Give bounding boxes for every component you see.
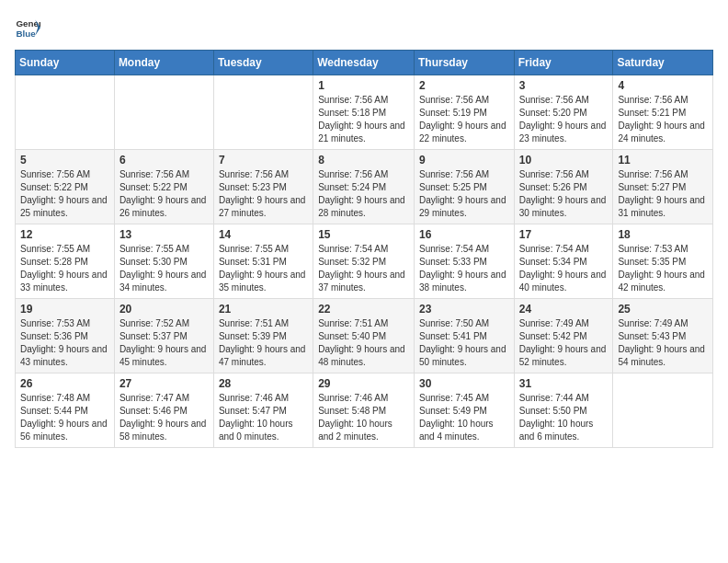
calendar-cell: 10Sunrise: 7:56 AM Sunset: 5:26 PM Dayli… bbox=[514, 150, 613, 224]
calendar-cell: 17Sunrise: 7:54 AM Sunset: 5:34 PM Dayli… bbox=[514, 224, 613, 299]
day-number: 1 bbox=[318, 79, 409, 92]
day-number: 24 bbox=[519, 303, 609, 316]
calendar-cell: 6Sunrise: 7:56 AM Sunset: 5:22 PM Daylig… bbox=[114, 150, 213, 224]
calendar-cell bbox=[613, 373, 713, 448]
page-header: General Blue bbox=[15, 15, 713, 40]
day-info: Sunrise: 7:55 AM Sunset: 5:28 PM Dayligh… bbox=[20, 243, 109, 294]
day-info: Sunrise: 7:53 AM Sunset: 5:35 PM Dayligh… bbox=[618, 243, 708, 294]
day-info: Sunrise: 7:56 AM Sunset: 5:21 PM Dayligh… bbox=[618, 94, 708, 145]
calendar-cell: 24Sunrise: 7:49 AM Sunset: 5:42 PM Dayli… bbox=[514, 299, 613, 373]
day-info: Sunrise: 7:56 AM Sunset: 5:19 PM Dayligh… bbox=[419, 94, 509, 145]
calendar-cell: 2Sunrise: 7:56 AM Sunset: 5:19 PM Daylig… bbox=[414, 75, 514, 150]
day-info: Sunrise: 7:45 AM Sunset: 5:49 PM Dayligh… bbox=[419, 392, 509, 443]
calendar-cell: 29Sunrise: 7:46 AM Sunset: 5:48 PM Dayli… bbox=[313, 373, 415, 448]
day-info: Sunrise: 7:56 AM Sunset: 5:24 PM Dayligh… bbox=[318, 168, 409, 220]
day-number: 9 bbox=[419, 154, 509, 167]
day-number: 31 bbox=[519, 377, 609, 390]
calendar-cell: 16Sunrise: 7:54 AM Sunset: 5:33 PM Dayli… bbox=[414, 224, 514, 299]
weekday-header-row: SundayMondayTuesdayWednesdayThursdayFrid… bbox=[16, 51, 713, 75]
weekday-header-wednesday: Wednesday bbox=[313, 51, 415, 75]
weekday-header-thursday: Thursday bbox=[414, 51, 514, 75]
day-info: Sunrise: 7:54 AM Sunset: 5:33 PM Dayligh… bbox=[419, 243, 509, 294]
day-info: Sunrise: 7:54 AM Sunset: 5:32 PM Dayligh… bbox=[318, 243, 409, 294]
day-number: 25 bbox=[618, 303, 708, 316]
day-number: 21 bbox=[219, 303, 308, 316]
day-info: Sunrise: 7:56 AM Sunset: 5:22 PM Dayligh… bbox=[119, 168, 209, 220]
day-number: 20 bbox=[119, 303, 209, 316]
day-info: Sunrise: 7:56 AM Sunset: 5:25 PM Dayligh… bbox=[419, 168, 509, 220]
calendar-cell: 27Sunrise: 7:47 AM Sunset: 5:46 PM Dayli… bbox=[114, 373, 213, 448]
weekday-header-sunday: Sunday bbox=[16, 51, 115, 75]
day-info: Sunrise: 7:51 AM Sunset: 5:40 PM Dayligh… bbox=[318, 317, 409, 369]
calendar-cell: 8Sunrise: 7:56 AM Sunset: 5:24 PM Daylig… bbox=[313, 150, 415, 224]
day-number: 18 bbox=[618, 228, 708, 241]
day-number: 27 bbox=[119, 377, 209, 390]
day-info: Sunrise: 7:56 AM Sunset: 5:22 PM Dayligh… bbox=[20, 168, 109, 220]
logo-icon: General Blue bbox=[15, 15, 40, 40]
calendar-table: SundayMondayTuesdayWednesdayThursdayFrid… bbox=[15, 50, 713, 448]
calendar-cell: 21Sunrise: 7:51 AM Sunset: 5:39 PM Dayli… bbox=[213, 299, 313, 373]
calendar-cell: 3Sunrise: 7:56 AM Sunset: 5:20 PM Daylig… bbox=[514, 75, 613, 150]
week-row-4: 19Sunrise: 7:53 AM Sunset: 5:36 PM Dayli… bbox=[16, 299, 713, 373]
calendar-cell: 31Sunrise: 7:44 AM Sunset: 5:50 PM Dayli… bbox=[514, 373, 613, 448]
day-number: 3 bbox=[519, 79, 609, 92]
day-info: Sunrise: 7:50 AM Sunset: 5:41 PM Dayligh… bbox=[419, 317, 509, 369]
day-info: Sunrise: 7:46 AM Sunset: 5:47 PM Dayligh… bbox=[219, 392, 308, 443]
day-info: Sunrise: 7:56 AM Sunset: 5:26 PM Dayligh… bbox=[519, 168, 609, 220]
day-number: 17 bbox=[519, 228, 609, 241]
day-number: 29 bbox=[318, 377, 409, 390]
weekday-header-saturday: Saturday bbox=[613, 51, 713, 75]
day-number: 16 bbox=[419, 228, 509, 241]
calendar-cell: 19Sunrise: 7:53 AM Sunset: 5:36 PM Dayli… bbox=[16, 299, 115, 373]
day-info: Sunrise: 7:51 AM Sunset: 5:39 PM Dayligh… bbox=[219, 317, 308, 369]
svg-text:Blue: Blue bbox=[16, 29, 36, 39]
day-number: 11 bbox=[618, 154, 708, 167]
day-number: 30 bbox=[419, 377, 509, 390]
weekday-header-tuesday: Tuesday bbox=[213, 51, 313, 75]
day-info: Sunrise: 7:56 AM Sunset: 5:20 PM Dayligh… bbox=[519, 94, 609, 145]
day-info: Sunrise: 7:55 AM Sunset: 5:30 PM Dayligh… bbox=[119, 243, 209, 294]
calendar-cell: 22Sunrise: 7:51 AM Sunset: 5:40 PM Dayli… bbox=[313, 299, 415, 373]
calendar-cell: 13Sunrise: 7:55 AM Sunset: 5:30 PM Dayli… bbox=[114, 224, 213, 299]
calendar-cell: 20Sunrise: 7:52 AM Sunset: 5:37 PM Dayli… bbox=[114, 299, 213, 373]
calendar-cell bbox=[213, 75, 313, 150]
day-info: Sunrise: 7:47 AM Sunset: 5:46 PM Dayligh… bbox=[119, 392, 209, 443]
weekday-header-friday: Friday bbox=[514, 51, 613, 75]
day-info: Sunrise: 7:54 AM Sunset: 5:34 PM Dayligh… bbox=[519, 243, 609, 294]
day-number: 23 bbox=[419, 303, 509, 316]
week-row-3: 12Sunrise: 7:55 AM Sunset: 5:28 PM Dayli… bbox=[16, 224, 713, 299]
weekday-header-monday: Monday bbox=[114, 51, 213, 75]
day-number: 10 bbox=[519, 154, 609, 167]
day-info: Sunrise: 7:44 AM Sunset: 5:50 PM Dayligh… bbox=[519, 392, 609, 443]
calendar-cell: 28Sunrise: 7:46 AM Sunset: 5:47 PM Dayli… bbox=[213, 373, 313, 448]
logo: General Blue bbox=[15, 15, 40, 40]
calendar-cell: 15Sunrise: 7:54 AM Sunset: 5:32 PM Dayli… bbox=[313, 224, 415, 299]
calendar-cell: 9Sunrise: 7:56 AM Sunset: 5:25 PM Daylig… bbox=[414, 150, 514, 224]
day-number: 19 bbox=[20, 303, 109, 316]
day-info: Sunrise: 7:49 AM Sunset: 5:43 PM Dayligh… bbox=[618, 317, 708, 369]
day-number: 7 bbox=[219, 154, 308, 167]
day-number: 12 bbox=[20, 228, 109, 241]
day-info: Sunrise: 7:46 AM Sunset: 5:48 PM Dayligh… bbox=[318, 392, 409, 443]
day-info: Sunrise: 7:52 AM Sunset: 5:37 PM Dayligh… bbox=[119, 317, 209, 369]
calendar-cell bbox=[114, 75, 213, 150]
calendar-cell: 30Sunrise: 7:45 AM Sunset: 5:49 PM Dayli… bbox=[414, 373, 514, 448]
calendar-cell: 14Sunrise: 7:55 AM Sunset: 5:31 PM Dayli… bbox=[213, 224, 313, 299]
day-number: 6 bbox=[119, 154, 209, 167]
day-info: Sunrise: 7:48 AM Sunset: 5:44 PM Dayligh… bbox=[20, 392, 109, 443]
day-info: Sunrise: 7:53 AM Sunset: 5:36 PM Dayligh… bbox=[20, 317, 109, 369]
calendar-cell: 12Sunrise: 7:55 AM Sunset: 5:28 PM Dayli… bbox=[16, 224, 115, 299]
calendar-cell: 26Sunrise: 7:48 AM Sunset: 5:44 PM Dayli… bbox=[16, 373, 115, 448]
calendar-cell: 7Sunrise: 7:56 AM Sunset: 5:23 PM Daylig… bbox=[213, 150, 313, 224]
day-info: Sunrise: 7:49 AM Sunset: 5:42 PM Dayligh… bbox=[519, 317, 609, 369]
day-number: 13 bbox=[119, 228, 209, 241]
week-row-5: 26Sunrise: 7:48 AM Sunset: 5:44 PM Dayli… bbox=[16, 373, 713, 448]
day-number: 14 bbox=[219, 228, 308, 241]
day-info: Sunrise: 7:56 AM Sunset: 5:27 PM Dayligh… bbox=[618, 168, 708, 220]
calendar-cell: 23Sunrise: 7:50 AM Sunset: 5:41 PM Dayli… bbox=[414, 299, 514, 373]
day-number: 26 bbox=[20, 377, 109, 390]
calendar-cell: 5Sunrise: 7:56 AM Sunset: 5:22 PM Daylig… bbox=[16, 150, 115, 224]
calendar-cell: 11Sunrise: 7:56 AM Sunset: 5:27 PM Dayli… bbox=[613, 150, 713, 224]
day-number: 22 bbox=[318, 303, 409, 316]
calendar-cell: 18Sunrise: 7:53 AM Sunset: 5:35 PM Dayli… bbox=[613, 224, 713, 299]
